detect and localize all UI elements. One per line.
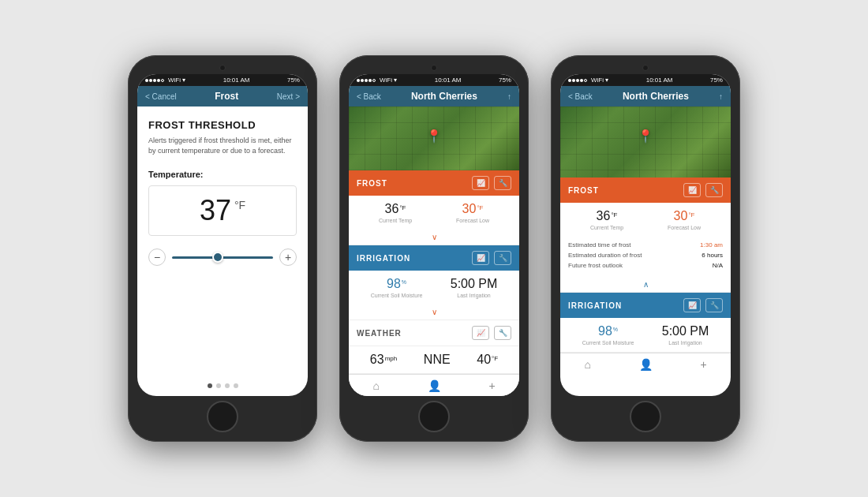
duration-label: Estimated duration of frost	[568, 252, 642, 259]
estimated-time-row: Estimated time of frost 1:30 am	[568, 240, 723, 250]
irrigation-chart-button[interactable]: 📈	[472, 251, 489, 265]
phone-3-back-button[interactable]: < Back	[568, 92, 593, 101]
outlook-row: Future frost outlook N/A	[568, 260, 723, 271]
estimated-time-value: 1:30 am	[700, 241, 723, 248]
frost-settings-button-3[interactable]: 🔧	[705, 183, 723, 197]
forecast-low-metric: 30 °F Forecast Low	[456, 202, 489, 223]
phone-2-camera	[431, 65, 437, 71]
temperature-unit: °F	[234, 199, 245, 211]
irrigation-settings-button-3[interactable]: 🔧	[705, 298, 723, 312]
cancel-button[interactable]: < Cancel	[145, 92, 177, 101]
duration-row: Estimated duration of frost 6 hours	[568, 250, 723, 260]
page-dot-4[interactable]	[234, 383, 238, 388]
frost-title-3: FROST	[568, 186, 679, 195]
page-dot-3[interactable]	[225, 383, 230, 388]
add-tab[interactable]: +	[488, 379, 495, 392]
weather-title: WEATHER	[357, 329, 467, 338]
profile-tab[interactable]: 👤	[428, 379, 441, 392]
frost-section: FROST 📈 🔧 36 °F Current Temp 30	[349, 170, 519, 245]
frost-chevron[interactable]: ∨	[349, 230, 519, 245]
frost-threshold-title: FROST THRESHOLD	[148, 119, 297, 131]
phone-2-nav: < Back North Cherries ↑	[349, 86, 519, 106]
irrigation-section-3: IRRIGATION 📈 🔧 98 % Current Soil Moistur…	[560, 293, 731, 353]
soil-moisture-label: Current Soil Moisture	[371, 293, 423, 298]
phone-3-nav: < Back North Cherries ↑	[560, 86, 731, 106]
phone-2-screen: WiFi ▾ 10:01 AM 75% < Back North Cherrie…	[349, 74, 519, 396]
temperature-value: 37	[200, 194, 231, 227]
phone-1-home-button[interactable]	[207, 401, 238, 432]
slider-thumb[interactable]	[212, 252, 223, 263]
phone-3-home-button[interactable]	[630, 401, 661, 432]
frost-body-3: 36 °F Current Temp 30 °F Forecast Low	[560, 203, 731, 237]
current-temp-value-3: 36 °F	[590, 209, 623, 223]
phone-1-nav-title: Frost	[215, 91, 238, 102]
irrigation-chevron[interactable]: ∨	[349, 305, 519, 320]
outlook-value: N/A	[713, 262, 723, 269]
irrigation-title: IRRIGATION	[357, 254, 467, 263]
frost-settings-button[interactable]: 🔧	[494, 176, 511, 190]
frost-chevron-3[interactable]: ∧	[560, 277, 731, 292]
phone-1-signal: WiFi ▾	[145, 77, 185, 84]
soil-moisture-metric: 98 % Current Soil Moisture	[371, 277, 423, 298]
frost-chart-button[interactable]: 📈	[472, 176, 489, 190]
irrigation-settings-button[interactable]: 🔧	[494, 251, 511, 265]
weather-settings-button[interactable]: 🔧	[494, 326, 511, 340]
frost-header: FROST 📈 🔧	[349, 170, 519, 196]
increment-button[interactable]: +	[279, 248, 297, 266]
phone-1-nav: < Cancel Frost Next >	[137, 86, 308, 106]
phone-3-share-button[interactable]: ↑	[719, 92, 723, 101]
phone-1-camera	[219, 65, 226, 71]
weather-temp-value: 40 °F	[477, 353, 498, 367]
add-tab-3[interactable]: +	[700, 358, 706, 371]
page-dot-1[interactable]	[208, 383, 212, 388]
current-temp-label-3: Current Temp	[590, 225, 623, 230]
scene: WiFi ▾ 10:01 AM 75% < Cancel Frost Next …	[112, 39, 756, 458]
map-pin-3: 📍	[638, 129, 653, 144]
irrigation-chart-button-3[interactable]: 📈	[683, 298, 701, 312]
last-irrigation-label-3: Last Irrigation	[662, 340, 709, 346]
current-temp-label: Current Temp	[379, 218, 412, 223]
last-irrigation-label: Last Irrigation	[451, 293, 498, 298]
current-temp-metric: 36 °F Current Temp	[379, 202, 412, 223]
phone-2-home-button[interactable]	[418, 401, 450, 432]
home-tab-3[interactable]: ⌂	[584, 358, 590, 371]
frost-chart-button-3[interactable]: 📈	[683, 183, 701, 197]
phone-2-status-bar: WiFi ▾ 10:01 AM 75%	[349, 74, 519, 86]
phone-1: WiFi ▾ 10:01 AM 75% < Cancel Frost Next …	[128, 55, 317, 442]
next-button[interactable]: Next >	[277, 92, 300, 101]
phone-2-time: 10:01 AM	[435, 77, 462, 84]
phone-2-back-button[interactable]: < Back	[357, 92, 381, 101]
phone-3-status-bar: WiFi ▾ 10:01 AM 75%	[560, 74, 731, 86]
irrigation-section: IRRIGATION 📈 🔧 98 % Current Soil Moistur…	[349, 245, 519, 320]
irrigation-body: 98 % Current Soil Moisture 5:00 PM Last …	[349, 271, 519, 305]
chevron-down-icon-2: ∨	[432, 308, 437, 316]
phone-2-map: 📍	[349, 106, 519, 170]
phone-3-screen: WiFi ▾ 10:01 AM 75% < Back North Cherrie…	[560, 74, 731, 396]
page-dot-2[interactable]	[216, 383, 221, 388]
phone-3-time: 10:01 AM	[646, 77, 673, 84]
forecast-low-value: 30 °F	[456, 202, 489, 216]
temperature-slider[interactable]	[172, 256, 273, 259]
decrement-button[interactable]: −	[148, 248, 166, 266]
soil-moisture-value: 98 %	[371, 277, 423, 291]
weather-chart-button[interactable]: 📈	[472, 326, 489, 340]
wind-value: 63 mph	[370, 353, 397, 367]
phone-1-battery: 75%	[287, 77, 300, 84]
temperature-display: 37 °F	[148, 185, 297, 236]
forecast-low-value-3: 30 °F	[668, 209, 701, 223]
phone-2-battery: 75%	[499, 77, 511, 84]
temperature-slider-row: − +	[148, 248, 297, 266]
duration-value: 6 hours	[702, 252, 723, 259]
wind-direction-metric: NNE	[424, 353, 451, 367]
home-tab[interactable]: ⌂	[372, 379, 379, 392]
chevron-up-icon: ∧	[643, 280, 649, 289]
phone-2-share-button[interactable]: ↑	[507, 92, 511, 101]
phone-3-map: 📍	[560, 106, 731, 178]
pagination	[137, 376, 308, 396]
profile-tab-3[interactable]: 👤	[639, 358, 653, 371]
frost-threshold-desc: Alerts triggered if frost threshold is m…	[148, 136, 297, 155]
phone-3-tab-bar: ⌂ 👤 +	[560, 353, 731, 375]
frost-title: FROST	[357, 179, 467, 188]
phone-3-battery: 75%	[710, 77, 723, 84]
weather-header: WEATHER 📈 🔧	[349, 320, 519, 346]
